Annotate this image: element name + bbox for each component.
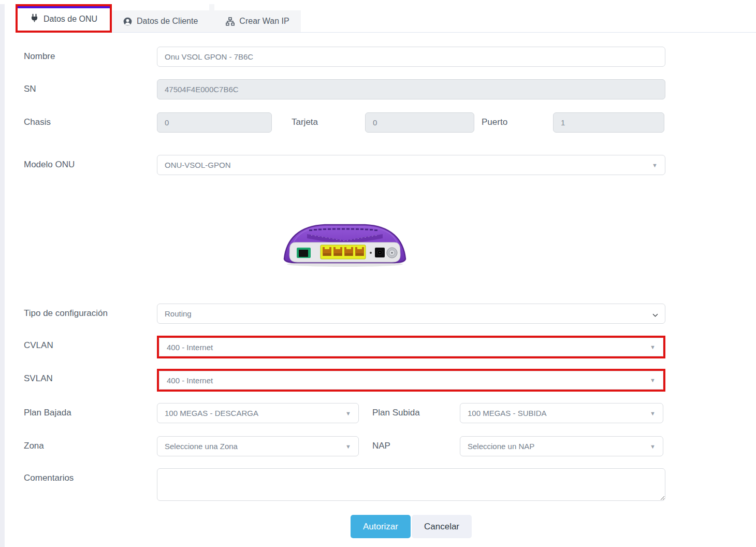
onu-authorization-form: Datos de ONU Datos de Cliente — [0, 4, 756, 547]
annotation-highlight-tab: Datos de ONU — [16, 4, 112, 33]
annotation-highlight-svlan: 400 - Internet ▼ — [157, 369, 665, 392]
dropdown-arrow-icon: ▼ — [650, 377, 656, 383]
plan-bajada-value: 100 MEGAS - DESCARGA — [165, 409, 258, 418]
field-row-sn: SN — [0, 79, 756, 99]
cancelar-button[interactable]: Cancelar — [412, 515, 472, 538]
form-actions: Autorizar Cancelar — [0, 515, 665, 538]
annotation-highlight-cvlan: 400 - Internet ▼ — [157, 336, 665, 358]
tab-label: Datos de ONU — [43, 15, 97, 24]
tarjeta-input — [365, 112, 474, 133]
tab-bar: Datos de ONU Datos de Cliente — [16, 4, 756, 33]
tipo-configuracion-select[interactable]: Routing — [157, 304, 665, 324]
chasis-input — [157, 112, 272, 133]
field-row-modelo-onu: Modelo ONU ONU-VSOL-GPON ▼ — [0, 155, 756, 175]
tab-crear-wan-ip[interactable]: Crear Wan IP — [214, 10, 300, 32]
zona-select[interactable]: Seleccione una Zona ▼ — [157, 436, 359, 456]
modelo-onu-label: Modelo ONU — [24, 155, 157, 170]
field-row-nombre: Nombre — [0, 47, 756, 67]
zona-value: Seleccione una Zona — [165, 442, 238, 451]
dropdown-arrow-icon: ▼ — [650, 344, 656, 350]
plug-icon — [30, 13, 39, 24]
puerto-input — [553, 112, 664, 133]
field-row-zona-nap: Zona Seleccione una Zona ▼ NAP Seleccion… — [0, 436, 756, 456]
modelo-onu-value: ONU-VSOL-GPON — [165, 161, 231, 169]
cvlan-label: CVLAN — [24, 336, 157, 351]
nap-label: NAP — [372, 436, 460, 451]
field-row-cvlan: CVLAN 400 - Internet ▼ — [0, 336, 756, 358]
svlan-value: 400 - Internet — [167, 376, 213, 385]
sn-label: SN — [24, 79, 157, 94]
dropdown-arrow-icon: ▼ — [345, 443, 351, 449]
tarjeta-label: Tarjeta — [292, 112, 365, 127]
field-row-planes: Plan Bajada 100 MEGAS - DESCARGA ▼ Plan … — [0, 403, 756, 423]
plan-subida-select[interactable]: 100 MEGAS - SUBIDA ▼ — [460, 403, 663, 423]
tab-separator — [209, 4, 214, 32]
plan-bajada-select[interactable]: 100 MEGAS - DESCARGA ▼ — [157, 403, 359, 423]
field-row-tipo-configuracion: Tipo de configuración Routing — [0, 304, 756, 324]
nap-value: Seleccione un NAP — [468, 442, 534, 451]
comentarios-textarea[interactable] — [157, 468, 665, 501]
cvlan-select[interactable]: 400 - Internet ▼ — [159, 338, 663, 356]
dropdown-arrow-icon: ▼ — [652, 162, 658, 168]
chasis-label: Chasis — [24, 112, 157, 127]
nombre-label: Nombre — [24, 47, 157, 62]
dropdown-arrow-icon: ▼ — [650, 410, 656, 416]
plan-bajada-label: Plan Bajada — [24, 403, 157, 418]
zona-label: Zona — [24, 436, 157, 451]
svlan-select[interactable]: 400 - Internet ▼ — [159, 371, 663, 390]
plan-subida-label: Plan Subida — [372, 403, 460, 418]
tipo-configuracion-value: Routing — [165, 309, 192, 318]
puerto-label: Puerto — [482, 112, 553, 127]
svlan-label: SVLAN — [24, 369, 157, 384]
onu-device-image — [0, 212, 665, 267]
tab-datos-onu[interactable]: Datos de ONU — [18, 6, 110, 31]
chevron-down-icon — [652, 310, 658, 319]
dropdown-arrow-icon: ▼ — [650, 443, 656, 449]
user-circle-icon — [123, 17, 132, 26]
nap-select[interactable]: Seleccione un NAP ▼ — [460, 436, 663, 456]
autorizar-button[interactable]: Autorizar — [351, 515, 411, 538]
page-left-margin — [0, 4, 5, 547]
tipo-configuracion-label: Tipo de configuración — [24, 304, 157, 319]
tab-datos-cliente[interactable]: Datos de Cliente — [112, 10, 209, 32]
sn-input — [157, 79, 665, 99]
sitemap-icon — [226, 17, 235, 26]
tab-label: Datos de Cliente — [137, 17, 198, 26]
field-row-comentarios: Comentarios — [0, 468, 756, 501]
plan-subida-value: 100 MEGAS - SUBIDA — [468, 409, 547, 418]
tab-label: Crear Wan IP — [239, 17, 289, 26]
field-row-chasis-tarjeta-puerto: Chasis Tarjeta Puerto — [0, 112, 756, 133]
nombre-input[interactable] — [157, 47, 665, 67]
modelo-onu-select[interactable]: ONU-VSOL-GPON ▼ — [157, 155, 665, 175]
cvlan-value: 400 - Internet — [167, 343, 213, 352]
dropdown-arrow-icon: ▼ — [345, 410, 351, 416]
comentarios-label: Comentarios — [24, 468, 157, 483]
field-row-svlan: SVLAN 400 - Internet ▼ — [0, 369, 756, 392]
